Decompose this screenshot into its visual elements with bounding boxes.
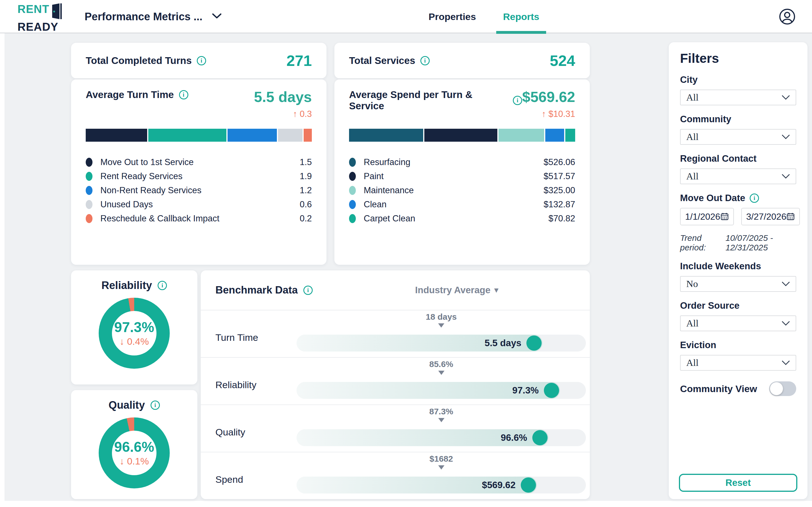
top-header: RENT READY Performance Metrics ... Prope… (0, 0, 812, 33)
legend-item: Move Out to 1st Service 1.5 (86, 155, 312, 169)
legend-item: Reschedule & Callback Impact 0.2 (86, 212, 312, 226)
move-out-start-date-input[interactable]: 1/1/2026 (680, 208, 734, 225)
total-services-value: 524 (550, 52, 575, 69)
benchmark-bar-fill: 96.6% (297, 429, 548, 446)
legend-item: Paint $517.57 (349, 169, 575, 183)
industry-marker: 85.6% (429, 359, 453, 375)
report-title-dropdown[interactable]: Performance Metrics ... (85, 0, 221, 33)
community-view-toggle[interactable] (769, 381, 796, 396)
tab-reports[interactable]: Reports (503, 0, 539, 33)
bar-segment (304, 129, 312, 142)
chevron-down-icon (781, 321, 790, 326)
marker-caret (438, 465, 444, 469)
logo-text-ready: READY (17, 21, 62, 33)
chevron-down-icon (781, 134, 790, 139)
benchmark-bar: 96.6% (297, 429, 586, 446)
average-turn-time-card: Average Turn Time i 5.5 days ↑ 0.3 Move (71, 79, 326, 265)
bar-segment (499, 129, 544, 142)
bar-segment (349, 129, 423, 142)
industry-marker: 87.3% (429, 407, 453, 422)
city-select[interactable]: All (680, 90, 796, 105)
main-nav-tabs: Properties Reports (428, 0, 539, 33)
info-icon[interactable]: i (151, 400, 160, 410)
benchmark-bar: 97.3% (297, 382, 586, 399)
legend-dot (86, 200, 93, 209)
logo-text-rent: RENT (17, 3, 49, 15)
bar-segment (424, 129, 497, 142)
trend-period: Trend period: 10/07/2025 - 12/31/2025 (680, 233, 796, 252)
legend-dot (349, 214, 356, 223)
legend-dot (349, 200, 356, 209)
rent-ready-logo[interactable]: RENT READY (17, 3, 62, 33)
info-icon[interactable]: i (179, 90, 188, 100)
legend-dot (86, 172, 93, 181)
turn-time-title: Average Turn Time (86, 89, 174, 100)
dashboard-canvas: Total Completed Turns i 271 Total Servic… (4, 33, 812, 501)
quality-delta: ↓ 0.1% (119, 456, 149, 466)
benchmark-row-reliability: Reliability 85.6% 97.3% (201, 357, 590, 404)
info-icon[interactable]: i (158, 281, 167, 290)
legend-item: Non-Rent Ready Services 1.2 (86, 183, 312, 198)
total-turns-title: Total Completed Turns (86, 55, 192, 66)
community-view-label: Community View (680, 383, 757, 394)
total-services-title: Total Services (349, 55, 415, 66)
caret-down-icon: ▼ (493, 286, 500, 295)
chevron-down-icon (781, 281, 790, 286)
bar-segment (148, 129, 226, 142)
eviction-select[interactable]: All (680, 355, 796, 371)
move-out-end-date-input[interactable]: 3/27/2026 (741, 208, 800, 225)
info-icon[interactable]: i (513, 96, 522, 105)
spend-stacked-bar (349, 129, 575, 142)
reliability-donut-chart: 97.3% ↓ 0.4% (99, 298, 170, 369)
regional-contact-select[interactable]: All (680, 168, 796, 184)
legend-item: Clean $132.87 (349, 198, 575, 212)
benchmark-dot (544, 383, 559, 398)
community-label: Community (680, 114, 796, 124)
info-icon[interactable]: i (197, 56, 206, 65)
include-weekends-select[interactable]: No (680, 276, 796, 292)
chevron-down-icon (212, 13, 221, 20)
reset-button[interactable]: Reset (679, 474, 797, 492)
eviction-label: Eviction (680, 340, 796, 350)
legend-item: Unused Days 0.6 (86, 198, 312, 212)
legend-dot (349, 186, 356, 195)
tab-properties[interactable]: Properties (428, 0, 476, 33)
total-turns-value: 271 (287, 52, 312, 69)
filters-title: Filters (680, 51, 796, 66)
legend-dot (349, 172, 356, 181)
page: RENT READY Performance Metrics ... Prope… (0, 0, 812, 507)
benchmark-bar-fill: 5.5 days (297, 335, 543, 351)
quality-title: Quality (109, 399, 145, 411)
legend-item: Carpet Clean $70.82 (349, 212, 575, 226)
chevron-down-icon (781, 360, 790, 365)
calendar-icon (720, 212, 729, 221)
benchmark-bar: 5.5 days (297, 335, 586, 351)
city-label: City (680, 74, 796, 85)
bar-segment (545, 129, 564, 142)
move-out-date-label: Move Out Date (680, 193, 745, 203)
spend-delta: ↑ $10.31 (542, 109, 575, 119)
chevron-down-icon (781, 95, 790, 100)
legend-dot (86, 158, 93, 167)
user-account-icon[interactable] (779, 8, 796, 25)
reliability-value: 97.3% (114, 320, 154, 334)
bar-segment (227, 129, 277, 142)
quality-donut-chart: 96.6% ↓ 0.1% (99, 417, 170, 489)
door-icon (52, 3, 62, 20)
spend-title: Average Spend per Turn & Service (349, 89, 508, 112)
benchmark-dot (532, 430, 548, 445)
info-icon[interactable]: i (420, 56, 430, 65)
info-icon[interactable]: i (303, 286, 313, 295)
info-icon[interactable]: i (750, 193, 759, 203)
benchmark-row-turn-time: Turn Time 18 days 5.5 days (201, 310, 590, 357)
order-source-select[interactable]: All (680, 316, 796, 331)
marker-caret (438, 371, 444, 375)
benchmark-bar-fill: $569.62 (297, 476, 537, 494)
legend-dot (349, 158, 356, 167)
include-weekends-label: Include Weekends (680, 261, 796, 272)
order-source-label: Order Source (680, 300, 796, 311)
total-services-card: Total Services i 524 (335, 43, 590, 78)
community-select[interactable]: All (680, 129, 796, 145)
benchmark-source-selector[interactable]: Industry Average ▼ (415, 285, 500, 295)
bar-segment (565, 129, 575, 142)
